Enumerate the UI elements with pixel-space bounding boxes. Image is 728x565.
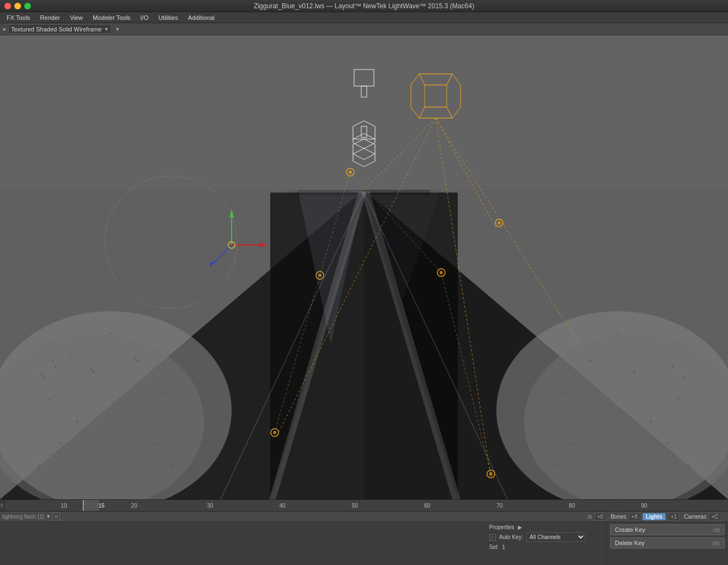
lock-icon: ⊡ <box>55 514 58 519</box>
svg-point-14 <box>71 355 73 356</box>
menu-fx-tools[interactable]: FX Tools <box>2 13 35 22</box>
svg-point-18 <box>93 371 95 373</box>
menu-view[interactable]: View <box>66 13 88 22</box>
svg-point-20 <box>137 360 139 362</box>
window-title: Ziggurat_Blue_v012.lws — Layout™ NewTek … <box>254 2 474 10</box>
svg-point-49 <box>656 355 657 356</box>
svg-point-59 <box>628 432 630 434</box>
svg-point-21 <box>49 399 51 401</box>
svg-point-61 <box>584 410 585 411</box>
tick-60: 60 <box>424 503 430 509</box>
svg-point-42 <box>90 369 92 370</box>
svg-point-27 <box>164 393 167 395</box>
bottom-row: Properties ▶ Auto Key: All Channels Modi… <box>0 522 728 565</box>
svg-point-19 <box>66 388 67 389</box>
svg-point-29 <box>176 421 177 422</box>
bottom-left-panel <box>0 522 485 565</box>
svg-point-67 <box>612 476 613 477</box>
bones-add-button[interactable]: +8 <box>629 513 640 521</box>
svg-point-37 <box>52 360 53 362</box>
svg-point-41 <box>107 330 108 331</box>
svg-point-44 <box>135 358 136 359</box>
object-dropdown-arrow: ▼ <box>46 514 51 519</box>
svg-point-36 <box>170 465 172 467</box>
auto-key-checkbox[interactable] <box>489 534 496 541</box>
window-controls <box>4 3 31 9</box>
auto-key-dropdown[interactable]: All Channels Modified Channels Selected … <box>526 532 586 542</box>
view-mode-dropdown[interactable]: Textured Shaded Solid Wireframe ▼ <box>8 24 111 34</box>
svg-point-50 <box>683 376 685 379</box>
cameras-add-button[interactable]: +C <box>709 513 721 521</box>
svg-point-69 <box>595 454 597 456</box>
tick-90: 90 <box>641 503 647 509</box>
minimize-button[interactable] <box>14 3 21 9</box>
toolbar: ▸ Textured Shaded Solid Wireframe ▼ ▼ <box>0 23 728 35</box>
maximize-button[interactable] <box>24 3 31 9</box>
bottom-panels: lightning flash (1) ▼ ⊡ ts +0 Bones +8 L… <box>0 511 728 565</box>
lights-add-button[interactable]: +1 <box>668 513 679 521</box>
svg-point-55 <box>589 360 591 362</box>
menu-additional[interactable]: Additional <box>184 13 219 22</box>
tick-20: 20 <box>131 503 137 509</box>
svg-point-15 <box>43 376 45 379</box>
svg-point-66 <box>639 465 641 467</box>
timeline-track[interactable]: 10 15 20 30 40 50 60 70 80 90 <box>4 500 728 511</box>
svg-point-35 <box>104 498 105 499</box>
svg-point-28 <box>192 377 194 379</box>
svg-point-39 <box>41 374 42 376</box>
svg-point-56 <box>678 399 679 401</box>
svg-point-62 <box>561 393 564 395</box>
object-lock-button[interactable]: ⊡ <box>52 513 60 520</box>
timeline[interactable]: 0 10 15 20 30 40 50 60 70 80 90 <box>0 499 728 511</box>
svg-point-22 <box>121 393 122 395</box>
svg-point-54 <box>661 388 662 389</box>
channel-panel: lightning flash (1) ▼ ⊡ ts +0 Bones +8 L… <box>0 511 728 522</box>
sel-label: Sel: <box>489 544 499 550</box>
svg-point-65 <box>572 443 575 445</box>
svg-point-30 <box>153 443 156 445</box>
svg-point-53 <box>633 371 635 373</box>
svg-point-70 <box>623 498 624 499</box>
svg-point-71 <box>556 465 558 467</box>
timeline-start: 0 <box>1 503 3 508</box>
menu-render[interactable]: Render <box>36 13 65 22</box>
menu-modeler-tools[interactable]: Modeler Tools <box>88 13 135 22</box>
scene-svg <box>0 35 728 499</box>
tick-40: 40 <box>280 503 286 509</box>
svg-point-25 <box>60 443 62 445</box>
sel-value: 1 <box>502 544 505 550</box>
properties-label: Properties <box>489 524 515 530</box>
view-mode-label: Textured Shaded Solid Wireframe <box>11 26 101 33</box>
create-key-button[interactable]: Create Key ret <box>610 524 725 535</box>
svg-point-17 <box>110 333 111 334</box>
svg-point-24 <box>99 432 100 434</box>
ts-label: ts <box>588 514 592 520</box>
tick-70: 70 <box>496 503 502 509</box>
tick-15: 15 <box>99 503 105 509</box>
properties-arrow: ▶ <box>518 524 522 530</box>
svg-point-60 <box>666 443 668 445</box>
svg-point-52 <box>617 333 619 334</box>
tick-80: 80 <box>569 503 575 509</box>
ts-add-button[interactable]: +0 <box>595 513 606 521</box>
svg-point-16 <box>82 344 83 345</box>
lights-button[interactable]: Lights <box>643 513 666 520</box>
menu-utilities[interactable]: Utilities <box>154 13 182 22</box>
tick-50: 50 <box>352 503 358 509</box>
svg-point-48 <box>672 365 674 367</box>
toolbar-arrow: ▸ <box>3 26 6 32</box>
close-button[interactable] <box>4 3 11 9</box>
svg-point-45 <box>46 396 47 397</box>
delete-key-button[interactable]: Delete Key del <box>610 537 725 548</box>
svg-point-63 <box>534 377 536 379</box>
svg-point-34 <box>132 454 133 456</box>
svg-point-26 <box>143 410 144 411</box>
auto-key-label: Auto Key: <box>499 534 523 540</box>
bones-label: Bones <box>611 514 626 520</box>
svg-point-40 <box>79 341 81 342</box>
svg-point-13 <box>54 365 56 367</box>
svg-point-33 <box>38 465 40 467</box>
svg-point-64 <box>551 421 552 422</box>
viewport[interactable] <box>0 35 728 499</box>
menu-io[interactable]: I/O <box>136 13 153 22</box>
